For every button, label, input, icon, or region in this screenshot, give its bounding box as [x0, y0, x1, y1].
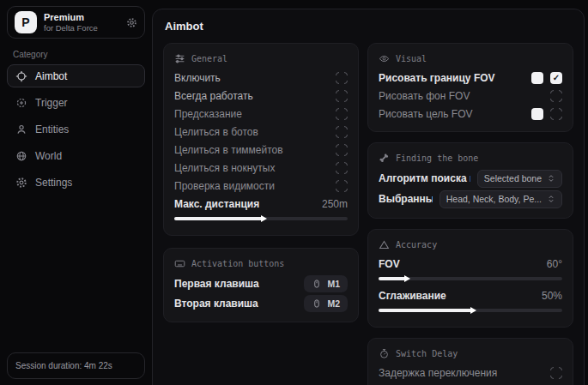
mouse-icon — [312, 298, 322, 309]
setting-label: Проверка видимости — [174, 180, 329, 192]
section-header: Finding the bone — [379, 153, 562, 164]
sidebar-item-aimbot[interactable]: Aimbot — [7, 64, 145, 87]
sidebar-item-settings[interactable]: Settings — [7, 171, 145, 194]
setting-row: Целиться в ботов — [174, 123, 348, 141]
setting-label: Включить — [174, 72, 329, 84]
slider-thumb[interactable] — [404, 275, 410, 282]
sidebar-item-label: Settings — [35, 177, 72, 189]
session-duration: Session duration: 4m 22s — [15, 361, 112, 370]
slider-thumb[interactable] — [261, 215, 267, 222]
checkbox[interactable] — [336, 108, 348, 120]
slider-row: FOV 60° — [379, 255, 562, 273]
page-title: Aimbot — [165, 20, 573, 33]
setting-label: Рисовать фон FOV — [379, 90, 524, 102]
setting-label: Целиться в тиммейтов — [174, 144, 329, 156]
keybind-label: Первая клавиша — [174, 278, 297, 290]
sidebar-nav: Aimbot Trigger Entities — [7, 64, 145, 197]
checkbox[interactable] — [336, 162, 348, 174]
sidebar-item-entities[interactable]: Entities — [7, 117, 145, 141]
checkbox[interactable] — [336, 72, 348, 84]
main-panel: Aimbot General Включить — [152, 9, 585, 385]
slider-label: Сглаживание — [379, 290, 535, 302]
checkbox[interactable] — [336, 144, 348, 156]
section-header: Switch Delay — [379, 348, 562, 359]
sidebar-item-label: Trigger — [35, 97, 68, 109]
checkbox[interactable] — [550, 90, 562, 102]
section-accuracy: Accuracy FOV 60° Сглаживание 50% — [367, 229, 573, 328]
keyboard-icon — [174, 258, 185, 269]
fov-slider[interactable] — [379, 277, 562, 280]
chevron-updown-icon — [547, 174, 555, 183]
bone-algorithm-select[interactable]: Selected bone — [477, 170, 562, 188]
gear-icon — [15, 177, 27, 189]
color-swatch[interactable] — [531, 108, 543, 120]
bone-icon — [379, 153, 390, 164]
slider-label: Макс. дистанция — [174, 198, 315, 210]
slider-thumb[interactable] — [470, 307, 476, 314]
brand-logo: P — [15, 11, 37, 33]
keybind-key: M2 — [327, 298, 340, 309]
slider-fill — [379, 277, 406, 280]
keybind-key: M1 — [327, 279, 340, 289]
sidebar-item-label: Entities — [35, 123, 69, 135]
section-activation-buttons: Activation buttons Первая клавиша M1 — [163, 248, 359, 322]
slider-value: 250m — [322, 198, 348, 210]
selected-bones-select[interactable]: Head, Neck, Body, Pe... — [439, 190, 562, 208]
trigger-icon — [15, 97, 27, 109]
section-header: Accuracy — [379, 239, 562, 250]
triangle-icon — [379, 239, 390, 250]
keybind-label: Вторая клавиша — [174, 298, 297, 310]
app-window: P Premium for Delta Force Category Aimbo… — [0, 0, 588, 385]
section-switch-delay: Switch Delay Задержка переключения Задер… — [367, 338, 573, 385]
checkbox[interactable] — [336, 126, 348, 138]
smoothing-slider[interactable] — [379, 309, 562, 312]
setting-label: Целиться в ботов — [174, 126, 329, 138]
sidebar-item-label: Aimbot — [35, 70, 67, 82]
setting-label: Целиться в нокнутых — [174, 162, 329, 174]
section-visual: Visual Рисовать границу FOV Рисовать фон… — [367, 43, 573, 132]
session-card: Session duration: 4m 22s — [7, 352, 145, 379]
section-header: Activation buttons — [174, 258, 348, 269]
checkbox[interactable] — [336, 90, 348, 102]
slider-label: FOV — [379, 258, 540, 270]
content-columns: General Включить Всегда работать Предска… — [163, 43, 573, 385]
select-row: Выбранные кос Head, Neck, Body, Pe... — [379, 189, 562, 209]
checkbox[interactable] — [550, 367, 562, 379]
checkbox[interactable] — [550, 108, 562, 120]
brand-card: P Premium for Delta Force — [7, 6, 145, 39]
setting-label: Рисовать цель FOV — [379, 108, 524, 120]
sidebar-item-trigger[interactable]: Trigger — [7, 91, 145, 114]
section-finding-the-bone: Finding the bone Алгоритм поиска кост Se… — [367, 142, 573, 219]
keybind-row: Вторая клавиша M2 — [174, 293, 348, 313]
checkbox[interactable] — [336, 180, 348, 192]
max-distance-slider[interactable] — [174, 217, 348, 220]
setting-label: Предсказание — [174, 108, 329, 120]
keybind-button[interactable]: M1 — [304, 275, 348, 292]
section-title: Switch Delay — [396, 349, 458, 358]
select-value: Head, Neck, Body, Pe... — [446, 194, 542, 204]
select-label: Алгоритм поиска кост — [379, 172, 470, 184]
checkbox[interactable] — [550, 72, 562, 84]
setting-row: Проверка видимости — [174, 177, 348, 195]
section-title: General — [191, 54, 227, 63]
left-column: General Включить Всегда работать Предска… — [163, 43, 359, 322]
setting-row: Задержка переключения — [379, 364, 562, 382]
slider-value: 60° — [547, 258, 562, 270]
sliders-icon — [174, 53, 185, 64]
color-swatch[interactable] — [531, 72, 543, 84]
section-title: Visual — [396, 54, 427, 63]
keybind-button[interactable]: M2 — [304, 295, 348, 312]
eye-icon — [379, 53, 390, 64]
stopwatch-icon — [379, 348, 390, 359]
section-title: Accuracy — [396, 240, 437, 250]
setting-row: Рисовать границу FOV — [379, 69, 562, 87]
setting-row: Всегда работать — [174, 87, 348, 105]
section-title: Activation buttons — [191, 259, 284, 268]
chevron-updown-icon — [547, 195, 555, 203]
select-value: Selected bone — [484, 173, 542, 183]
gear-icon[interactable] — [126, 17, 137, 28]
sidebar-item-world[interactable]: World — [7, 144, 145, 167]
section-general: General Включить Всегда работать Предска… — [163, 43, 359, 236]
sidebar-item-label: World — [35, 150, 62, 162]
select-label: Выбранные кос — [379, 193, 433, 205]
